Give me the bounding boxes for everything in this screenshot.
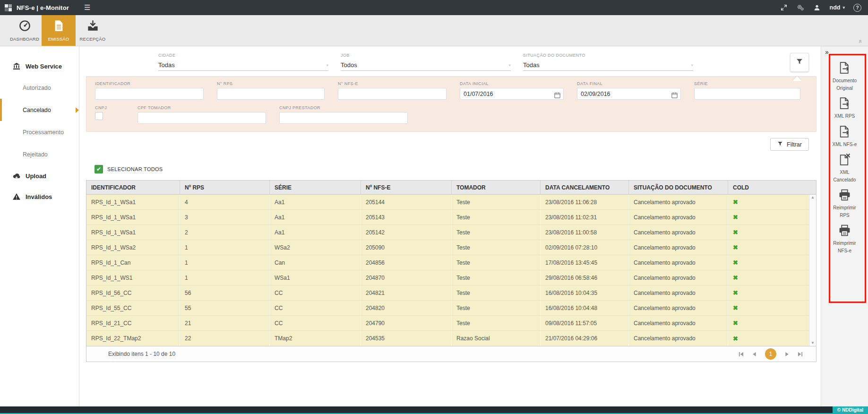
sidebar-group-label: Upload <box>26 172 46 180</box>
column-header-se-rie[interactable]: SÉRIE <box>270 181 361 194</box>
cell-situacao: Cancelamento aprovado <box>629 225 728 240</box>
cell-tomador: Teste <box>452 240 541 255</box>
user-menu[interactable]: ndd ▾ <box>830 4 845 11</box>
table-row[interactable]: RPS_Id_56_CC56CC204821Teste16/08/2016 10… <box>86 285 809 301</box>
action-xml-cancelado[interactable]: XML Cancelado <box>829 153 860 183</box>
column-header-cold[interactable]: COLD <box>728 181 809 194</box>
sidebar-group-upload[interactable]: Upload <box>0 165 79 186</box>
sidebar-item-label: Cancelado <box>23 107 51 113</box>
sidebar-item-autorizado[interactable]: Autorizado <box>0 77 79 99</box>
cell-situacao: Cancelamento aprovado <box>629 331 728 346</box>
cell-tomador: Teste <box>452 301 541 315</box>
filtrar-button-label: Filtrar <box>787 141 802 148</box>
first-page-button[interactable] <box>739 352 744 357</box>
next-page-button[interactable] <box>784 352 790 357</box>
table-row[interactable]: RPS_Id_1_WSa21WSa2205090Teste02/09/2016 … <box>86 240 809 255</box>
toggle-filter-panel-button[interactable] <box>790 53 809 72</box>
menu-icon[interactable]: ☰ <box>84 3 90 12</box>
toolbar-item-dashboard[interactable]: DASHBOARD <box>8 15 42 46</box>
calendar-icon[interactable] <box>671 92 678 99</box>
table-row[interactable]: RPS_Id_1_WSa14Aa1205144Teste23/08/2016 1… <box>86 195 809 210</box>
sidebar-group-inva-lidos[interactable]: Inválidos <box>0 186 79 207</box>
chevron-down-icon: ▾ <box>842 5 845 10</box>
sidebar-group-web-service[interactable]: Web Service <box>0 56 79 77</box>
current-page-button[interactable]: 1 <box>765 348 776 360</box>
field-data-final: DATA FINAL <box>577 81 681 100</box>
cell-cold: ✖ <box>728 316 809 330</box>
column-header-situac-a-o-do-documento[interactable]: SITUAÇÃO DO DOCUMENTO <box>629 181 728 194</box>
toolbar-item-label: RECEPÇÃO <box>80 36 106 42</box>
identificador-input[interactable] <box>95 88 204 100</box>
sidebar-item-rejeitado[interactable]: Rejeitado <box>0 143 79 165</box>
column-header-identificador[interactable]: IDENTIFICADOR <box>86 181 180 194</box>
toolbar-item-label: EMISSÃO <box>48 36 69 42</box>
column-header-data-cancelamento[interactable]: DATA CANCELAMENTO <box>541 181 629 194</box>
inbox-download-icon <box>86 19 99 34</box>
action-label: Documento Original <box>829 77 860 92</box>
cpf-tomador-input[interactable] <box>138 112 266 124</box>
action-xml-rps[interactable]: XML RPS <box>829 97 860 120</box>
cidade-select[interactable]: CIDADE Todas ▾ <box>158 53 328 71</box>
user-icon[interactable] <box>813 4 821 12</box>
table-footer: Exibindo itens 1 - 10 de 10 1 <box>86 346 816 362</box>
job-select[interactable]: JOB Todos ▾ <box>341 53 511 71</box>
ndd-logo-icon <box>5 4 12 11</box>
column-header-n-nfs-e[interactable]: Nº NFS-E <box>361 181 452 194</box>
serie-input[interactable] <box>694 88 800 100</box>
column-header-n-rps[interactable]: Nº RPS <box>180 181 270 194</box>
last-page-button[interactable] <box>798 352 803 357</box>
cell-data-cancelamento: 23/08/2016 11:02:31 <box>541 210 629 224</box>
calendar-icon[interactable] <box>554 92 561 99</box>
n-nfse-input[interactable] <box>338 88 447 100</box>
table-row[interactable]: RPS_Id_1_WS11WSa1204870Teste29/08/2016 0… <box>86 270 809 285</box>
action-documento-original[interactable]: Documento Original <box>829 61 860 92</box>
action-label: XML Cancelado <box>829 169 860 183</box>
settings-gears-icon[interactable] <box>797 4 805 12</box>
field-identificador: IDENTIFICADOR <box>95 81 204 100</box>
data-final-input[interactable] <box>577 88 681 100</box>
cell-tomador: Razao Social <box>452 331 541 346</box>
cell-situacao: Cancelamento aprovado <box>629 270 728 285</box>
table-row[interactable]: RPS_Id_55_CC55CC204820Teste16/08/2016 10… <box>86 301 809 316</box>
data-inicial-input[interactable] <box>460 88 564 100</box>
n-rps-input[interactable] <box>217 88 325 100</box>
column-header-tomador[interactable]: TOMADOR <box>452 181 541 194</box>
select-all[interactable]: ✔ SELECIONAR TODOS <box>95 165 821 173</box>
table-row[interactable]: RPS_Id_1_WSa13Aa1205143Teste23/08/2016 1… <box>86 210 809 225</box>
fullscreen-icon[interactable] <box>780 4 788 12</box>
scroll-up-icon[interactable]: ▲ <box>811 196 815 199</box>
cell-n-rps: 55 <box>180 301 270 315</box>
cnpj-checkbox[interactable] <box>95 112 103 120</box>
collapse-rail-icon[interactable]: » <box>825 48 829 56</box>
situacao-documento-select[interactable]: SITUAÇÃO DO DOCUMENTO Todas ▾ <box>523 53 693 71</box>
action-reimprimir-rps[interactable]: Reimprimir RPS <box>829 189 860 219</box>
table-row[interactable]: RPS_Id_1_WSa12Aa1205142Teste23/08/2016 1… <box>86 225 809 240</box>
cell-identificador: RPS_Id_1_WSa2 <box>86 240 180 255</box>
filter-row-1: IDENTIFICADOR N° RPS N° NFS-E DATA INICI… <box>95 81 808 100</box>
cell-situacao: Cancelamento aprovado <box>629 255 728 270</box>
pagination: 1 <box>739 348 803 360</box>
filtrar-button[interactable]: Filtrar <box>770 138 809 151</box>
collapse-toolbar-icon[interactable]: « <box>857 40 864 43</box>
previous-page-button[interactable] <box>752 352 757 357</box>
table-row[interactable]: RPS_Id_22_TMap222TMap2204535Razao Social… <box>86 331 809 346</box>
toolbar-item-recepc-a-o[interactable]: RECEPÇÃO <box>76 15 110 46</box>
vertical-scrollbar[interactable]: ▲ ▼ <box>809 195 816 346</box>
n-rps-label: N° RPS <box>217 81 325 86</box>
sidebar-item-cancelado[interactable]: Cancelado <box>0 99 79 121</box>
select-all-checkbox[interactable]: ✔ <box>95 165 103 173</box>
cold-cancelled-icon: ✖ <box>733 244 738 251</box>
action-reimprimir-nfs-e[interactable]: Reimprimir NFS-e <box>829 224 860 254</box>
table-header: IDENTIFICADORNº RPSSÉRIENº NFS-ETOMADORD… <box>86 181 816 195</box>
help-icon[interactable]: ? <box>853 4 861 12</box>
table-row[interactable]: RPS_Id_1_Can1Can204856Teste17/08/2016 13… <box>86 255 809 270</box>
scroll-down-icon[interactable]: ▼ <box>811 341 815 345</box>
cnpj-prestador-input[interactable] <box>279 112 408 124</box>
action-xml-nfs-e[interactable]: XML NFS-e <box>829 125 860 148</box>
toolbar-item-emissa-o[interactable]: EMISSÃO <box>42 15 76 46</box>
cell-n-nfse: 204856 <box>361 255 452 270</box>
cell-serie: CC <box>270 285 361 300</box>
sidebar-item-processamento[interactable]: Processamento <box>0 121 79 143</box>
table-row[interactable]: RPS_Id_21_CC21CC204790Teste09/08/2016 11… <box>86 316 809 331</box>
cold-cancelled-icon: ✖ <box>733 319 738 327</box>
